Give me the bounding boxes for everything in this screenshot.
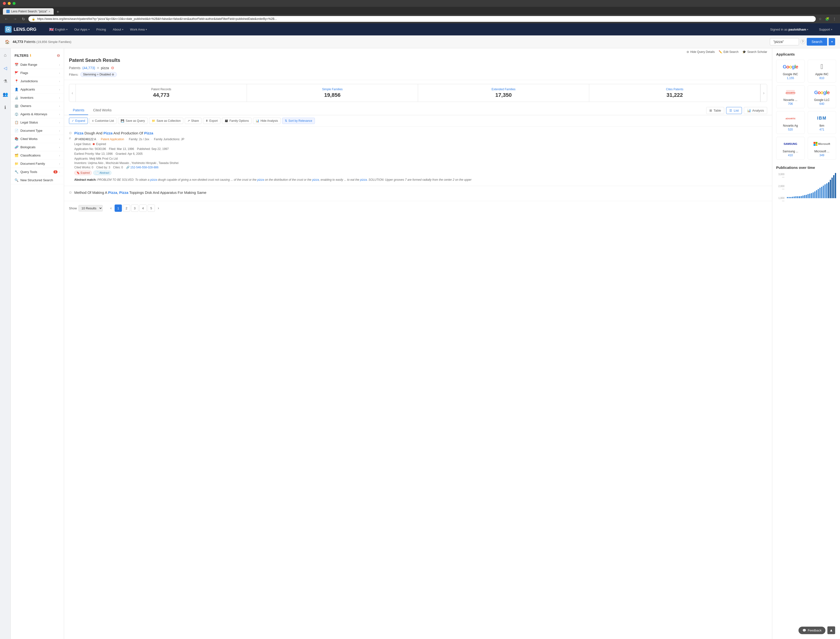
window-maximize-dot[interactable]	[13, 2, 16, 5]
applicant-ibm[interactable]: IBM Ibm 471	[808, 111, 836, 134]
expand-button[interactable]: ✓ Expand	[69, 118, 88, 124]
menu-button[interactable]: ⋮	[832, 16, 837, 21]
window-minimize-dot[interactable]	[8, 2, 11, 5]
edit-search-button[interactable]: ✏️ Edit Search	[719, 50, 738, 54]
nav-item-about[interactable]: About ▾	[110, 26, 126, 33]
filter-document-family[interactable]: 📁 Document Family ›	[11, 160, 64, 168]
filter-cited-works[interactable]: 📚 Cited Works ›	[11, 135, 64, 143]
search-scholar-button[interactable]: 🎓 Search Scholar	[743, 50, 767, 54]
stat-extended-families[interactable]: Extended Families 17,350	[418, 84, 589, 102]
back-button[interactable]: ←	[3, 16, 10, 22]
sort-by-relevance-button[interactable]: ⇅ Sort by Relevance	[282, 118, 315, 124]
sidebar-home-icon[interactable]: ⌂	[2, 51, 8, 59]
help-icon[interactable]: ?	[800, 39, 805, 44]
page-button-1[interactable]: 1	[115, 205, 122, 212]
filter-biologicals[interactable]: 🧬 Biologicals ›	[11, 143, 64, 151]
home-icon[interactable]: 🏠	[5, 40, 10, 44]
tab-patents[interactable]: Patents	[69, 106, 88, 115]
stat-simple-families[interactable]: Simple Families 19,856	[247, 84, 418, 102]
save-as-collection-button[interactable]: 📁 Save as Collection	[149, 118, 183, 124]
search-button[interactable]: Search	[807, 38, 827, 46]
active-browser-tab[interactable]: Lens Patent Search: "pizza" ×	[3, 8, 54, 14]
filter-jurisdictions[interactable]: 📍 Jurisdictions ›	[11, 77, 64, 86]
chart-bar	[790, 197, 791, 198]
edit-icon: ✏️	[719, 50, 722, 54]
scroll-to-top-button[interactable]: ▲	[827, 626, 835, 634]
nav-item-english[interactable]: 🇬🇧 English ▾	[46, 25, 70, 34]
page-button-4[interactable]: 4	[139, 205, 147, 212]
nav-item-our-apps[interactable]: Our Apps ▾	[72, 26, 92, 33]
applicant-samsung[interactable]: SAMSUNG Samsung ... 410	[776, 137, 805, 160]
filter-owners[interactable]: 🏢 Owners ›	[11, 102, 64, 110]
search-query-display[interactable]: "pizza"	[770, 38, 799, 45]
filter-legal-status[interactable]: 📋 Legal Status ›	[11, 118, 64, 127]
lens-id[interactable]: 🔗 152-546-558-028-886	[126, 166, 159, 169]
patents-count-link[interactable]: (44,773)	[82, 66, 95, 70]
tab-cited-works[interactable]: Cited Works	[89, 106, 115, 115]
sidebar-info-icon[interactable]: ℹ	[3, 103, 8, 111]
stats-next-button[interactable]: ›	[760, 84, 767, 102]
filter-query-tools[interactable]: 🔧 Query Tools 1 ›	[11, 168, 64, 176]
remove-query-button[interactable]: ⊖	[111, 65, 114, 70]
prev-page-button[interactable]: ‹	[108, 205, 114, 211]
applicant-apple-inc[interactable]:  Apple INC 810	[808, 60, 836, 83]
filter-applicants[interactable]: 👤 Applicants ›	[11, 86, 64, 94]
search-dropdown-button[interactable]: ▾	[829, 38, 835, 45]
chart-bar	[816, 190, 817, 198]
applicant-novartis[interactable]: NOVARTIS Novartis ... 706	[776, 86, 805, 108]
hash-icon[interactable]: #	[69, 136, 72, 140]
sidebar-users-icon[interactable]: 👥	[1, 90, 10, 99]
stat-cites-patents[interactable]: Cites Patents 31,222	[589, 84, 760, 102]
filters-info-icon[interactable]: ℹ	[30, 54, 31, 57]
table-view-button[interactable]: ⊞ Table	[706, 107, 724, 114]
filter-agents[interactable]: ⚖️ Agents & Attorneys ›	[11, 110, 64, 118]
list-view-button[interactable]: ☰ List	[726, 107, 742, 114]
stats-prev-button[interactable]: ‹	[69, 84, 76, 102]
page-button-3[interactable]: 3	[131, 205, 139, 212]
page-button-5[interactable]: 5	[148, 205, 155, 212]
logo[interactable]: LENS.ORG	[5, 26, 37, 33]
sidebar-back-icon[interactable]: ◁	[2, 64, 8, 72]
applicant-microsoft[interactable]: Microsoft Microsoft ... 349	[808, 137, 836, 160]
address-bar[interactable]: 🔒 https://www.lens.org/lens/search/paten…	[29, 16, 816, 22]
filter-classifications[interactable]: 🗂️ Classifications ›	[11, 151, 64, 160]
per-page-dropdown[interactable]: 10 Results 25 Results 50 Results	[78, 205, 103, 211]
logo-text: LENS.ORG	[14, 27, 37, 32]
hide-query-details-button[interactable]: ⊖ Hide Query Details	[687, 50, 715, 54]
nav-item-pricing[interactable]: Pricing	[94, 26, 109, 33]
filter-flags[interactable]: 🚩 Flags ›	[11, 69, 64, 77]
applicant-google-inc[interactable]: Google Google INC 1,155	[776, 60, 805, 83]
analysis-view-button[interactable]: 📊 Analysis	[744, 107, 767, 114]
hide-analysis-button[interactable]: 📊 Hide Analysis	[253, 118, 281, 124]
customise-list-button[interactable]: ≡ Customise List	[89, 118, 117, 124]
window-close-dot[interactable]	[3, 2, 6, 5]
extensions-button[interactable]: 🧩	[824, 16, 830, 21]
applicant-novartis-ag[interactable]: NOVARTIS Novartis Ag 520	[776, 111, 805, 134]
nav-signed-in[interactable]: Signed in as pauloldham ▾	[767, 26, 811, 33]
export-button[interactable]: ⬆ Export	[203, 118, 220, 124]
stemming-filter-tag[interactable]: Stemming = Disabled ⊖	[80, 72, 117, 77]
new-tab-button[interactable]: +	[55, 10, 61, 14]
next-page-button[interactable]: ›	[156, 205, 161, 211]
circle-check-icon-2[interactable]: ⊙	[69, 191, 72, 194]
feedback-button[interactable]: 💬 Feedback	[799, 626, 826, 634]
filter-document-type[interactable]: 📄 Document Type ›	[11, 127, 64, 135]
family-options-button[interactable]: 👨‍👩‍👧 Family Options	[222, 118, 252, 124]
filters-clear-button[interactable]: ⊖	[57, 53, 60, 58]
refresh-button[interactable]: ↻	[21, 16, 27, 22]
tab-close-button[interactable]: ×	[49, 10, 50, 13]
bookmark-button[interactable]: ☆	[818, 16, 823, 21]
nav-item-support[interactable]: Support ▾	[816, 26, 835, 33]
save-as-query-button[interactable]: 💾 Save as Query	[118, 118, 147, 124]
applicant-google-llc[interactable]: Google Google LLC 640	[808, 86, 836, 108]
filter-date-range[interactable]: 📅 Date Range ›	[11, 60, 64, 69]
filter-new-structured-search[interactable]: 🔍 New Structured Search	[11, 176, 64, 184]
filter-inventors[interactable]: 🔬 Inventors ›	[11, 94, 64, 102]
circle-check-icon[interactable]: ⊙	[69, 131, 72, 135]
share-button[interactable]: ↗ Share	[185, 118, 201, 124]
page-button-2[interactable]: 2	[123, 205, 130, 212]
forward-button[interactable]: →	[12, 16, 18, 22]
stemming-remove-icon[interactable]: ⊖	[112, 73, 114, 76]
nav-item-work-area[interactable]: Work Area ▾	[127, 26, 150, 33]
sidebar-filter-icon[interactable]: ⚗	[2, 77, 9, 86]
